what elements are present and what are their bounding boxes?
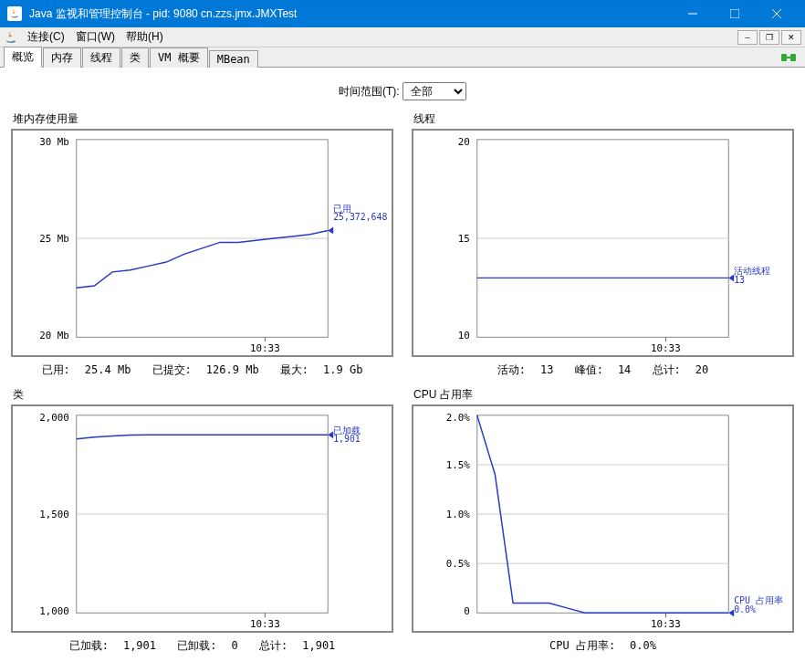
chart-stats-heap: 已用:25.4 Mb 已提交:126.9 Mb 最大:1.9 Gb — [11, 362, 393, 378]
content-area: 时间范围(T): 全部 堆内存使用量 30 Mb 25 Mb 20 Mb 10:… — [0, 68, 805, 661]
svg-text:10:33: 10:33 — [651, 342, 681, 354]
mdi-close-button[interactable]: ✕ — [781, 30, 801, 45]
java-icon-small — [4, 30, 18, 45]
chart-title-cpu: CPU 占用率 — [412, 387, 794, 403]
svg-text:2.0%: 2.0% — [446, 412, 471, 424]
chart-box-cpu[interactable]: 2.0% 1.5% 1.0% 0.5% 0 10:33 CPU 占用率 0.0% — [412, 404, 794, 633]
svg-text:1,500: 1,500 — [39, 509, 69, 520]
chart-svg-heap: 30 Mb 25 Mb 20 Mb 10:33 已用 25,372,648 — [13, 131, 392, 355]
svg-text:25 Mb: 25 Mb — [39, 233, 69, 245]
svg-text:10:33: 10:33 — [651, 618, 681, 630]
window-title: Java 监视和管理控制台 - pid: 9080 cn.zzs.jmx.JMX… — [29, 6, 672, 22]
charts-grid: 堆内存使用量 30 Mb 25 Mb 20 Mb 10:33 已用 25,372… — [11, 111, 794, 654]
java-icon — [7, 6, 22, 21]
svg-text:13: 13 — [734, 275, 745, 285]
chart-panel-threads: 线程 20 15 10 10:33 活动线程 13 活动:13 — [412, 111, 794, 378]
chart-title-heap: 堆内存使用量 — [11, 111, 393, 127]
chart-svg-classes: 2,000 1,500 1,000 10:33 已加载 1,901 — [13, 406, 392, 631]
svg-text:10: 10 — [458, 330, 470, 341]
tab-vm[interactable]: VM 概要 — [150, 47, 208, 68]
chart-box-heap[interactable]: 30 Mb 25 Mb 20 Mb 10:33 已用 25,372,648 — [11, 129, 393, 357]
svg-text:1.0%: 1.0% — [446, 509, 471, 520]
window-controls — [672, 0, 798, 27]
chart-title-threads: 线程 — [412, 111, 794, 127]
tab-threads[interactable]: 线程 — [82, 47, 120, 68]
close-button[interactable] — [756, 0, 798, 27]
chart-panel-heap: 堆内存使用量 30 Mb 25 Mb 20 Mb 10:33 已用 25,372… — [11, 111, 393, 378]
chart-svg-cpu: 2.0% 1.5% 1.0% 0.5% 0 10:33 CPU 占用率 0.0% — [413, 406, 792, 631]
svg-text:10:33: 10:33 — [250, 342, 280, 354]
tab-mbean[interactable]: MBean — [209, 50, 258, 68]
timerange-label: 时间范围(T): — [339, 85, 400, 98]
maximize-button[interactable] — [714, 0, 756, 27]
chart-title-classes: 类 — [11, 387, 393, 403]
svg-text:0: 0 — [464, 605, 470, 617]
svg-marker-14 — [328, 226, 333, 234]
svg-text:15: 15 — [458, 233, 470, 245]
menu-help[interactable]: 帮助(H) — [120, 27, 169, 47]
svg-text:10:33: 10:33 — [250, 618, 280, 630]
svg-text:20 Mb: 20 Mb — [39, 330, 69, 341]
svg-rect-4 — [781, 54, 787, 61]
svg-text:1.5%: 1.5% — [446, 459, 471, 471]
chart-stats-threads: 活动:13 峰值:14 总计:20 — [412, 362, 794, 378]
minimize-button[interactable] — [672, 0, 714, 27]
svg-text:1,000: 1,000 — [39, 605, 69, 617]
timerange-select[interactable]: 全部 — [402, 82, 466, 100]
tabbar: 概览 内存 线程 类 VM 概要 MBean — [0, 47, 805, 68]
titlebar: Java 监视和管理控制台 - pid: 9080 cn.zzs.jmx.JMX… — [0, 0, 805, 27]
svg-text:30 Mb: 30 Mb — [39, 136, 69, 148]
tab-classes[interactable]: 类 — [121, 47, 149, 68]
svg-rect-5 — [790, 54, 796, 61]
menu-window[interactable]: 窗口(W) — [70, 27, 120, 47]
menubar: 连接(C) 窗口(W) 帮助(H) – ❐ ✕ — [0, 27, 805, 47]
svg-rect-1 — [730, 9, 739, 18]
chart-panel-cpu: CPU 占用率 2.0% 1.5% 1.0% 0.5% 0 10:33 C — [412, 387, 794, 654]
svg-text:0.0%: 0.0% — [734, 604, 756, 614]
chart-box-threads[interactable]: 20 15 10 10:33 活动线程 13 — [412, 129, 794, 357]
mdi-restore-button[interactable]: ❐ — [759, 30, 779, 45]
svg-text:25,372,648: 25,372,648 — [333, 212, 387, 222]
timerange-row: 时间范围(T): 全部 — [11, 82, 794, 100]
chart-svg-threads: 20 15 10 10:33 活动线程 13 — [413, 131, 792, 355]
svg-text:0.5%: 0.5% — [446, 558, 471, 570]
chart-panel-classes: 类 2,000 1,500 1,000 10:33 已加载 1,901 已加 — [11, 387, 393, 654]
chart-box-classes[interactable]: 2,000 1,500 1,000 10:33 已加载 1,901 — [11, 404, 393, 633]
chart-stats-cpu: CPU 占用率:0.0% — [412, 638, 794, 654]
chart-stats-classes: 已加载:1,901 已卸载:0 总计:1,901 — [11, 638, 393, 654]
mdi-minimize-button[interactable]: – — [737, 30, 758, 45]
connection-status-icon — [779, 50, 798, 65]
tab-memory[interactable]: 内存 — [43, 47, 81, 68]
svg-text:2,000: 2,000 — [39, 412, 69, 424]
svg-text:1,901: 1,901 — [333, 434, 361, 444]
menu-connection[interactable]: 连接(C) — [22, 27, 70, 47]
svg-text:20: 20 — [458, 136, 470, 148]
tab-overview[interactable]: 概览 — [4, 47, 42, 68]
